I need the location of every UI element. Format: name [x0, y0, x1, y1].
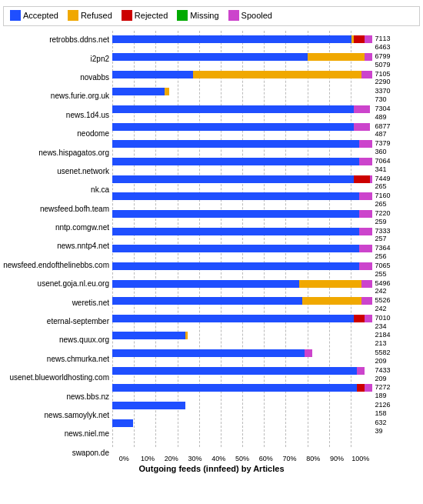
- bar-track: 7333257: [112, 228, 372, 235]
- bar-v1: 7364: [375, 244, 390, 252]
- bar-row: 7449265: [112, 170, 372, 188]
- bar-track: 5496242: [112, 280, 372, 288]
- bar-v1: 6877: [375, 122, 390, 130]
- bar-row: 7220259: [112, 205, 372, 223]
- y-label: news.hispagatos.org: [3, 149, 109, 157]
- bar-v1: 7113: [375, 35, 390, 42]
- y-label: nntp.comgw.net: [3, 224, 109, 232]
- bar-v2: 39: [375, 427, 382, 435]
- bar-row: 5582209: [112, 345, 372, 362]
- bar-v1: 6799: [375, 52, 390, 60]
- bar-segment-rejected: [354, 35, 365, 43]
- bar-v1: 7304: [375, 105, 390, 112]
- bars-container: 7113646367995079710522903370730730448968…: [112, 31, 372, 447]
- bar-v2: 730: [375, 95, 386, 103]
- bar-segment-accepted: [112, 349, 305, 357]
- bar-v1: 5582: [375, 349, 390, 356]
- bar-values: 3370730: [375, 87, 390, 104]
- bar-segment-accepted: [112, 280, 299, 288]
- x-tick-label: 100%: [348, 455, 372, 462]
- bar-segment-spooled: [359, 140, 372, 148]
- bar-segment-spooled: [359, 192, 372, 200]
- bar-row: 7010234: [112, 310, 372, 328]
- bar-segment-accepted: [112, 419, 133, 427]
- bar-track: 7272189: [112, 384, 372, 392]
- bar-segment-refused: [193, 71, 362, 78]
- legend-refused: Refused: [68, 10, 112, 21]
- bar-segment-accepted: [112, 315, 354, 322]
- bar-values: 7065255: [375, 262, 390, 279]
- rejected-color-box: [122, 10, 132, 21]
- x-tick-label: 90%: [325, 455, 349, 462]
- spooled-color-box: [228, 10, 239, 21]
- bar-segment-spooled: [361, 280, 372, 288]
- bar-row: 63239: [112, 414, 372, 432]
- bar-row: 71052290: [112, 65, 372, 83]
- bar-segment-accepted: [112, 402, 185, 409]
- bar-values: 5526242: [375, 296, 390, 313]
- bar-segment-spooled: [365, 53, 372, 61]
- y-label: swapon.de: [3, 449, 109, 457]
- bar-segment-refused: [165, 88, 170, 95]
- bar-v2: 265: [375, 182, 386, 190]
- bar-segment-accepted: [112, 88, 165, 95]
- bar-values: 7364256: [375, 244, 390, 261]
- x-tick-label: 10%: [136, 455, 160, 462]
- refused-color-box: [68, 10, 78, 21]
- y-label: usenet.blueworldhosting.com: [3, 374, 109, 382]
- bar-v2: 242: [375, 305, 386, 312]
- y-label: weretis.net: [3, 299, 109, 307]
- bar-row: 7304489: [112, 101, 372, 118]
- bar-v1: 3370: [375, 87, 390, 95]
- bar-track: 7065255: [112, 262, 372, 270]
- x-tick-label: 40%: [207, 455, 231, 462]
- bar-row: 6877487: [112, 118, 372, 135]
- bar-track: 71052290: [112, 71, 372, 78]
- bar-segment-accepted: [112, 158, 359, 165]
- bar-v1: 7333: [375, 227, 390, 235]
- legend-rejected: Rejected: [122, 10, 168, 21]
- bar-segment-rejected: [354, 175, 369, 183]
- x-tick-label: 30%: [183, 455, 207, 462]
- x-tick-label: 60%: [254, 455, 278, 462]
- bar-v1: 632: [375, 419, 386, 426]
- bar-values: 7433209: [375, 366, 390, 383]
- bar-v2: 360: [375, 148, 386, 155]
- bar-track: 7379360: [112, 140, 372, 148]
- bar-segment-refused: [185, 332, 188, 339]
- bar-values: 5496242: [375, 279, 390, 296]
- bar-track: 7010234: [112, 315, 372, 322]
- bar-track: 7064341: [112, 158, 372, 165]
- bar-v2: 209: [375, 357, 386, 365]
- y-label: news.chmurka.net: [3, 355, 109, 363]
- bar-v1: 7064: [375, 157, 390, 165]
- bar-segment-spooled: [365, 384, 372, 392]
- bar-row: 5526242: [112, 292, 372, 310]
- y-label: news.nntp4.net: [3, 242, 109, 250]
- bar-track: 71136463: [112, 35, 372, 43]
- bar-v1: 7379: [375, 139, 390, 147]
- bar-segment-spooled: [359, 245, 372, 252]
- x-axis-labels: 0%10%20%30%40%50%60%70%80%90%100%: [112, 447, 372, 462]
- bar-segment-accepted: [112, 123, 354, 131]
- bar-values: 7064341: [375, 157, 390, 174]
- x-tick-label: 20%: [159, 455, 183, 462]
- bar-v2: 265: [375, 200, 386, 208]
- bar-track: 5582209: [112, 349, 372, 357]
- bar-row: 7160265: [112, 188, 372, 205]
- bar-segment-accepted: [112, 35, 351, 43]
- bar-v2: 189: [375, 392, 386, 399]
- bar-v1: 2184: [375, 331, 390, 339]
- x-tick-label: 50%: [231, 455, 255, 462]
- bar-segment-spooled: [370, 175, 372, 183]
- bar-values: 2184213: [375, 331, 390, 348]
- bar-v2: 259: [375, 218, 386, 225]
- bar-segment-spooled: [361, 297, 372, 305]
- bar-v2: 256: [375, 252, 386, 260]
- bar-values: 7449265: [375, 175, 390, 192]
- x-tick-label: 0%: [112, 455, 136, 462]
- bar-v2: 158: [375, 409, 386, 417]
- bar-segment-accepted: [112, 367, 357, 375]
- bar-track: 2126158: [112, 402, 372, 409]
- bar-track: 63239: [112, 419, 372, 427]
